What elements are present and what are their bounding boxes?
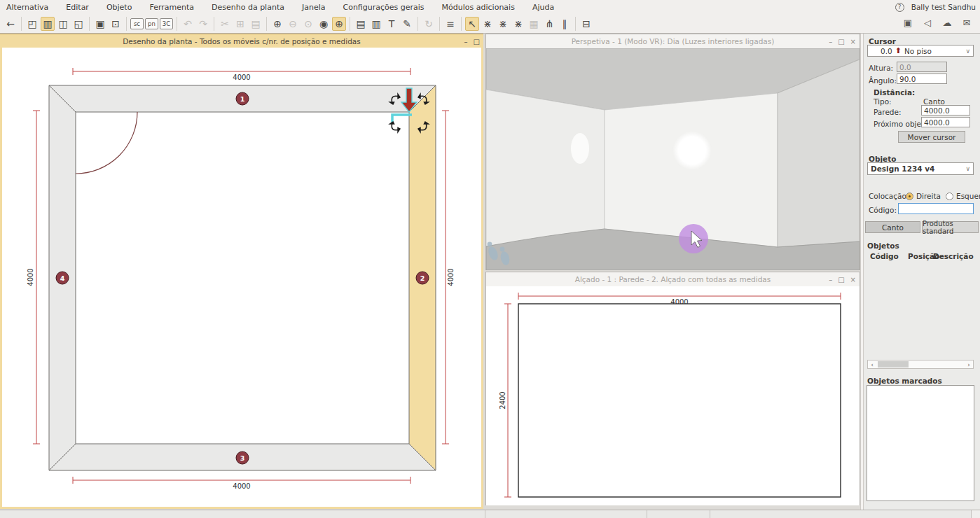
menu-m-dulos-adicionais[interactable]: Módulos adicionais <box>436 1 521 13</box>
fly-mode-icon[interactable]: ⋇ <box>496 17 510 31</box>
objetos-horizontal-scrollbar[interactable]: ‹ › <box>867 360 974 369</box>
close-icon[interactable]: × <box>850 38 856 46</box>
save-icon[interactable]: ▣ <box>93 17 107 31</box>
elev-dim-left-label: 2400 <box>499 391 506 409</box>
maximize-icon[interactable]: □ <box>838 276 844 284</box>
maximize-icon[interactable]: □ <box>474 38 480 46</box>
column-codigo[interactable]: Código <box>870 252 899 260</box>
scroll-left-icon[interactable]: ‹ <box>868 360 876 368</box>
radio-selected-icon[interactable] <box>906 192 913 200</box>
zoom-in-icon[interactable]: ⊕ <box>270 17 284 31</box>
cursor-position-dropdown[interactable]: 0.0 ⬆ No piso ∨ <box>867 45 974 57</box>
elevation-window-titlebar[interactable]: Alçado - 1 : Parede - 2. Alçado com toda… <box>486 272 860 286</box>
zoom-all-icon[interactable]: ◉ <box>317 17 331 31</box>
vr-cursor[interactable] <box>679 224 708 253</box>
menu-ajuda[interactable]: Ajuda <box>526 1 560 13</box>
marker-3[interactable]: 3 <box>240 454 245 462</box>
close-icon[interactable]: × <box>850 276 856 284</box>
perspective-window-titlebar[interactable]: Perspetiva - 1 (Modo VR): Dia (Luzes int… <box>486 34 860 48</box>
turn-mode-icon[interactable]: ⋇ <box>511 17 525 31</box>
menu-configura-es-gerais[interactable]: Configurações gerais <box>336 1 430 13</box>
cut-icon[interactable]: ✂ <box>218 17 232 31</box>
radio-unselected-icon[interactable] <box>946 192 953 200</box>
walk-mode-icon[interactable]: ⋇ <box>481 17 495 31</box>
sc-button[interactable]: sc <box>130 18 144 29</box>
grid-icon[interactable]: ▦ <box>527 17 541 31</box>
zoom-out-icon[interactable]: ⊖ <box>286 17 300 31</box>
cloud-icon[interactable]: ☁ <box>940 15 954 29</box>
announce-icon[interactable]: ◁ <box>920 15 934 29</box>
text-tool-icon[interactable]: T <box>385 17 399 31</box>
marker-1[interactable]: 1 <box>240 95 245 103</box>
menu-objeto[interactable]: Objeto <box>100 1 139 13</box>
menu-desenho-da-planta[interactable]: Desenho da planta <box>205 1 291 13</box>
zoom-100-icon[interactable]: ⊙ <box>301 17 315 31</box>
radio-esquerda[interactable]: Esquerda <box>946 192 980 200</box>
dimension-lines <box>33 68 449 484</box>
plan-window-titlebar[interactable]: Desenho da planta - Todos os móveis c/nr… <box>0 34 483 48</box>
refresh-icon[interactable]: ↻ <box>422 17 436 31</box>
proximo-objeto-field[interactable]: 4000.0 <box>921 117 970 127</box>
scrollbar-track[interactable] <box>876 360 965 368</box>
maximize-icon[interactable]: □ <box>838 38 844 46</box>
zoom-window-icon[interactable]: ⊕ <box>332 17 346 31</box>
measure-icon[interactable]: ∥ <box>558 17 572 31</box>
item-list-icon[interactable]: ≡ <box>443 17 457 31</box>
mover-cursor-button[interactable]: Mover cursor <box>898 131 965 143</box>
mail-icon[interactable]: ✉ <box>960 15 974 29</box>
menu-bar: AlternativaEditarObjetoFerramentaDesenho… <box>0 0 980 14</box>
pn-button[interactable]: pn <box>145 18 158 29</box>
angulo-field[interactable]: 90.0 <box>897 74 947 84</box>
perspective-3d-view[interactable] <box>486 48 860 270</box>
menu-janela[interactable]: Janela <box>296 1 332 13</box>
snapshot-icon[interactable]: ▣ <box>901 15 915 29</box>
marker-4[interactable]: 4 <box>60 274 65 282</box>
elevation-wall-outline[interactable] <box>518 304 841 497</box>
objetos-marcados-list[interactable] <box>867 385 974 501</box>
colocacao-label: Colocação: <box>869 192 909 200</box>
parede-field[interactable]: 4000.0 <box>921 105 970 115</box>
note-icon[interactable]: ▤ <box>354 17 368 31</box>
minimize-icon[interactable]: – <box>829 38 832 46</box>
minimize-icon[interactable]: – <box>464 38 468 46</box>
application-window: AlternativaEditarObjetoFerramentaDesenho… <box>0 0 980 518</box>
pointer-tool-icon[interactable]: ↖ <box>465 17 479 31</box>
base-units-view-icon[interactable]: ◱ <box>71 17 85 31</box>
codigo-field[interactable] <box>898 203 974 214</box>
tall-units-view-icon[interactable]: ◫ <box>56 17 70 31</box>
paste-icon[interactable]: ▤ <box>249 17 263 31</box>
copy-icon[interactable]: ⊞ <box>233 17 247 31</box>
floorplan-view-icon[interactable]: ◰ <box>25 17 39 31</box>
scrollbar-thumb[interactable] <box>878 361 909 368</box>
undo-icon[interactable]: ↶ <box>181 17 195 31</box>
3c-button[interactable]: 3C <box>160 18 173 29</box>
floor-plan-canvas[interactable]: 4000 4000 4000 4000 1 2 3 4 <box>2 48 480 507</box>
sketch-tool-icon[interactable]: ✎ <box>400 17 414 31</box>
produtos-standard-button[interactable]: Produtos standard <box>922 221 979 233</box>
resize-grip[interactable] <box>971 510 980 518</box>
scroll-right-icon[interactable]: › <box>965 360 973 368</box>
menu-ferramenta[interactable]: Ferramenta <box>143 1 200 13</box>
elevation-view[interactable]: 4000 2400 <box>486 286 860 505</box>
comment-icon[interactable]: ▥ <box>369 17 383 31</box>
radio-direita[interactable]: Direita <box>906 192 941 200</box>
canto-button[interactable]: Canto <box>865 221 920 233</box>
column-descricao[interactable]: Descrição <box>933 252 974 260</box>
menu-editar[interactable]: Editar <box>60 1 95 13</box>
menu-right: ? Bally test Sandhu <box>895 0 976 14</box>
room-walls[interactable] <box>49 85 436 470</box>
codigo-label: Código: <box>869 206 897 214</box>
mouse-settings-icon[interactable]: ⊟ <box>579 17 593 31</box>
print-icon[interactable]: ⊡ <box>109 17 123 31</box>
wall-light-glow <box>571 133 589 164</box>
marker-2[interactable]: 2 <box>420 274 425 282</box>
user-name: Bally test Sandhu <box>911 3 976 11</box>
menu-alternativa[interactable]: Alternativa <box>0 1 55 13</box>
objeto-dropdown[interactable]: Design 1234 v4 ∨ <box>867 162 974 175</box>
help-icon[interactable]: ? <box>895 3 904 12</box>
minimize-icon[interactable]: – <box>829 276 832 284</box>
wall-view-icon[interactable]: ▥ <box>41 17 55 31</box>
redo-icon[interactable]: ↷ <box>196 17 210 31</box>
back-icon[interactable]: ← <box>4 17 18 31</box>
person-view-icon[interactable]: ⋔ <box>542 17 556 31</box>
